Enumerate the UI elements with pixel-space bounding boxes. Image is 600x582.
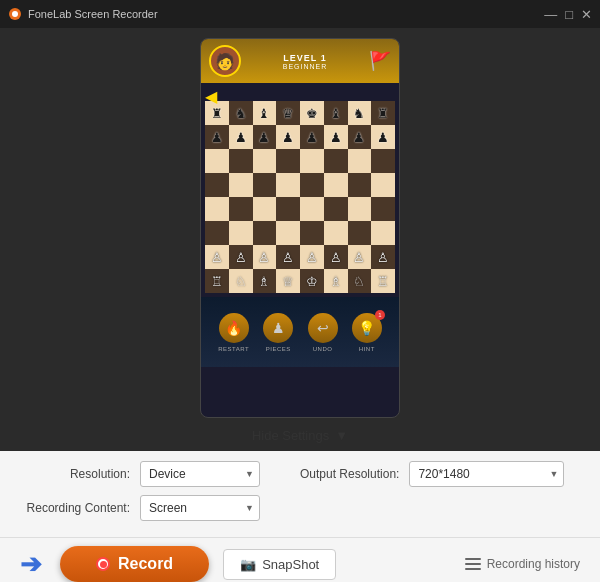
maximize-button[interactable]: □: [565, 8, 573, 21]
chess-cell: [229, 197, 253, 221]
chess-cell: [229, 221, 253, 245]
recording-content-select[interactable]: Screen Window Full Screen: [140, 495, 260, 521]
game-avatar: 🧑: [209, 45, 241, 77]
record-button[interactable]: Record: [60, 546, 209, 582]
app-title: FoneLab Screen Recorder: [28, 8, 158, 20]
chess-cell: [371, 197, 395, 221]
game-action-btn[interactable]: 💡1HINT: [352, 313, 382, 352]
chess-cell: ♙: [371, 245, 395, 269]
settings-panel: Resolution: Device Custom Full Screen Ou…: [0, 451, 600, 537]
window-controls: — □ ✕: [544, 8, 592, 21]
resolution-label: Resolution:: [20, 467, 130, 481]
chess-cell: ♘: [229, 269, 253, 293]
hide-settings-bar[interactable]: Hide Settings ▼: [0, 418, 600, 451]
chess-cell: ♙: [348, 245, 372, 269]
action-bar: ➔ Record 📷 SnapShot Recording history: [0, 537, 600, 582]
minimize-button[interactable]: —: [544, 8, 557, 21]
chess-cell: ♙: [276, 245, 300, 269]
chess-cell: ♚: [300, 101, 324, 125]
chess-cell: ♗: [324, 269, 348, 293]
chess-cell: [276, 173, 300, 197]
recording-history-label: Recording history: [487, 557, 580, 571]
hide-settings-arrow: ▼: [335, 428, 348, 443]
chess-cell: [324, 197, 348, 221]
camera-icon: 📷: [240, 557, 256, 572]
chess-cell: ♞: [229, 101, 253, 125]
game-action-btn[interactable]: 🔥RESTART: [218, 313, 249, 352]
chess-cell: ♙: [205, 245, 229, 269]
chess-cell: [324, 149, 348, 173]
chess-cell: ♗: [253, 269, 277, 293]
chess-cell: ♟: [300, 125, 324, 149]
chess-cell: [253, 173, 277, 197]
chess-cell: [253, 197, 277, 221]
chess-cell: [371, 149, 395, 173]
chess-cell: ♕: [276, 269, 300, 293]
output-resolution-label: Output Resolution:: [300, 467, 399, 481]
chess-cell: [276, 197, 300, 221]
chess-cell: ♟: [276, 125, 300, 149]
chess-cell: [300, 173, 324, 197]
chess-cell: [205, 149, 229, 173]
chess-cell: [371, 221, 395, 245]
game-buttons: 🔥RESTART♟PIECES↩UNDO💡1HINT: [201, 297, 399, 367]
chess-cell: [205, 173, 229, 197]
recording-content-select-wrapper: Screen Window Full Screen: [140, 495, 260, 521]
close-button[interactable]: ✕: [581, 8, 592, 21]
chess-cell: ♙: [229, 245, 253, 269]
resolution-row: Resolution: Device Custom Full Screen Ou…: [20, 461, 580, 487]
chess-cell: [205, 221, 229, 245]
output-resolution-select[interactable]: 720*1480 1080*1920 480*960: [409, 461, 564, 487]
resolution-select[interactable]: Device Custom Full Screen: [140, 461, 260, 487]
level-sub: BEGINNER: [283, 63, 328, 70]
resolution-select-wrapper: Device Custom Full Screen: [140, 461, 260, 487]
game-action-btn[interactable]: ♟PIECES: [263, 313, 293, 352]
chess-cell: [348, 197, 372, 221]
chess-cell: ♟: [348, 125, 372, 149]
game-btn-label: HINT: [359, 346, 375, 352]
snapshot-button[interactable]: 📷 SnapShot: [223, 549, 336, 580]
chess-cell: [371, 173, 395, 197]
chess-cell: ♖: [205, 269, 229, 293]
back-arrow[interactable]: ◀: [205, 87, 217, 106]
snapshot-label: SnapShot: [262, 557, 319, 572]
record-label: Record: [118, 555, 173, 573]
title-bar-left: FoneLab Screen Recorder: [8, 7, 158, 21]
chess-cell: ♖: [371, 269, 395, 293]
chess-cell: [276, 221, 300, 245]
chess-cell: ♛: [276, 101, 300, 125]
chess-cell: [300, 221, 324, 245]
recording-history-button[interactable]: Recording history: [465, 557, 580, 571]
chess-cell: ♔: [300, 269, 324, 293]
title-bar: FoneLab Screen Recorder — □ ✕: [0, 0, 600, 28]
game-flag: 🚩: [369, 50, 391, 72]
chess-cell: [253, 149, 277, 173]
chess-cell: ♙: [324, 245, 348, 269]
chess-cell: ♟: [229, 125, 253, 149]
chess-cell: [229, 149, 253, 173]
svg-point-1: [12, 11, 18, 17]
record-dot-icon: [96, 557, 110, 571]
game-level: LEVEL 1 BEGINNER: [283, 53, 328, 70]
chess-cell: [348, 173, 372, 197]
game-action-btn[interactable]: ↩UNDO: [308, 313, 338, 352]
game-btn-label: RESTART: [218, 346, 249, 352]
level-title: LEVEL 1: [283, 53, 328, 63]
chess-cell: [300, 197, 324, 221]
chess-cell: [348, 221, 372, 245]
chess-cell: [324, 221, 348, 245]
game-topbar: 🧑 LEVEL 1 BEGINNER 🚩: [201, 39, 399, 83]
chess-cell: ♝: [253, 101, 277, 125]
hamburger-icon: [465, 558, 481, 570]
chess-cell: ♟: [371, 125, 395, 149]
chess-cell: ♙: [253, 245, 277, 269]
output-resolution-select-wrapper: 720*1480 1080*1920 480*960: [409, 461, 564, 487]
chess-cell: ♟: [324, 125, 348, 149]
phone-preview: 🧑 LEVEL 1 BEGINNER 🚩 ◀ ♜♞♝♛♚♝♞♜♟♟♟♟♟♟♟♟♙…: [200, 38, 400, 418]
recording-content-row: Recording Content: Screen Window Full Sc…: [20, 495, 580, 521]
chess-cell: ♘: [348, 269, 372, 293]
chess-cell: [348, 149, 372, 173]
game-btn-circle: 🔥: [219, 313, 249, 343]
game-btn-circle: 💡1: [352, 313, 382, 343]
chess-cell: [253, 221, 277, 245]
